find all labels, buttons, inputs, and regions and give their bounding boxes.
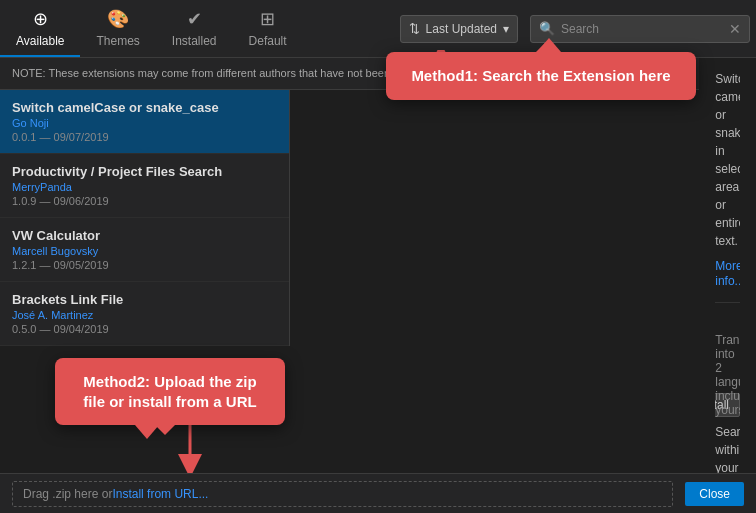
available-icon: ⊕ xyxy=(33,8,48,30)
drag-text: Drag .zip here or xyxy=(23,487,112,501)
ext-version: 0.5.0 — 09/04/2019 xyxy=(12,323,277,335)
detail-section-2: Translated into 2 languages, including y… xyxy=(715,323,740,473)
list-item[interactable]: Brackets Link File José A. Martinez 0.5.… xyxy=(0,282,289,346)
ext-author: José A. Martinez xyxy=(12,309,277,321)
ext-version: 1.2.1 — 09/05/2019 xyxy=(12,259,277,271)
more-info-link-1[interactable]: More info... xyxy=(715,259,740,288)
list-item[interactable]: Productivity / Project Files Search Merr… xyxy=(0,154,289,218)
sort-chevron-icon: ▾ xyxy=(503,22,509,36)
extension-detail-panel: Install Switch camelCase or snake_case i… xyxy=(699,58,756,473)
install-from-url-link[interactable]: Install from URL... xyxy=(112,487,208,501)
tab-themes[interactable]: 🎨 Themes xyxy=(80,0,155,57)
detail-section-1: Install Switch camelCase or snake_case i… xyxy=(715,70,740,303)
ext-name: Switch camelCase or snake_case xyxy=(12,100,277,115)
clear-search-button[interactable]: ✕ xyxy=(729,21,741,37)
callout-search-text: Method1: Search the Extension here xyxy=(411,67,670,84)
themes-icon: 🎨 xyxy=(107,8,129,30)
detail-desc-2: Search within your project files. Folder… xyxy=(715,423,740,473)
ext-version: 1.0.9 — 09/06/2019 xyxy=(12,195,277,207)
search-bar: 🔍 ✕ xyxy=(530,15,750,43)
ext-author: MerryPanda xyxy=(12,181,277,193)
default-icon: ⊞ xyxy=(260,8,275,30)
detail-desc-1: Switch camelCase or snake_case in select… xyxy=(715,70,740,250)
callout-upload-text: Method2: Upload the zipfile or install f… xyxy=(83,373,256,410)
drag-zone[interactable]: Drag .zip here or Install from URL... xyxy=(12,481,673,507)
callout-upload-bubble: Method2: Upload the zipfile or install f… xyxy=(55,358,285,425)
ext-author: Marcell Bugovsky xyxy=(12,245,277,257)
tab-installed[interactable]: ✔ Installed xyxy=(156,0,233,57)
sort-label: Last Updated xyxy=(426,22,497,36)
sort-icon: ⇅ xyxy=(409,21,420,36)
extension-list: Switch camelCase or snake_case Go Noji 0… xyxy=(0,90,290,346)
sort-control[interactable]: ⇅ Last Updated ▾ xyxy=(400,15,518,43)
tab-themes-label: Themes xyxy=(96,34,139,48)
callout-search-bubble: Method1: Search the Extension here xyxy=(386,52,696,100)
translated-label-2: Translated into 2 languages, including y… xyxy=(715,333,740,417)
tab-default[interactable]: ⊞ Default xyxy=(233,0,303,57)
installed-icon: ✔ xyxy=(187,8,202,30)
close-button[interactable]: Close xyxy=(685,482,744,506)
tab-default-label: Default xyxy=(249,34,287,48)
ext-version: 0.0.1 — 09/07/2019 xyxy=(12,131,277,143)
ext-name: Brackets Link File xyxy=(12,292,277,307)
ext-name: VW Calculator xyxy=(12,228,277,243)
tab-available[interactable]: ⊕ Available xyxy=(0,0,80,57)
bottom-bar: Drag .zip here or Install from URL... Cl… xyxy=(0,473,756,513)
list-item[interactable]: VW Calculator Marcell Bugovsky 1.2.1 — 0… xyxy=(0,218,289,282)
tab-available-label: Available xyxy=(16,34,64,48)
arrow-to-dragzone xyxy=(170,418,210,473)
ext-name: Productivity / Project Files Search xyxy=(12,164,277,179)
toolbar: ⊕ Available 🎨 Themes ✔ Installed ⊞ Defau… xyxy=(0,0,756,58)
tab-installed-label: Installed xyxy=(172,34,217,48)
ext-author: Go Noji xyxy=(12,117,277,129)
list-item[interactable]: Switch camelCase or snake_case Go Noji 0… xyxy=(0,90,289,154)
search-input[interactable] xyxy=(561,22,723,36)
